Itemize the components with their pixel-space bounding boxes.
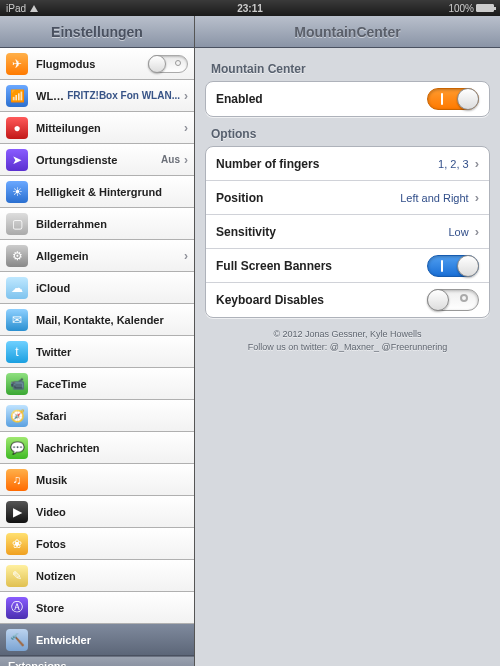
sidebar-item[interactable]: 🧭Safari	[0, 400, 194, 432]
cell-label: Full Screen Banners	[216, 259, 427, 273]
app-icon: t	[6, 341, 28, 363]
battery-pct: 100%	[448, 3, 474, 14]
app-icon: 🧭	[6, 405, 28, 427]
app-icon: ▶	[6, 501, 28, 523]
app-icon: ❀	[6, 533, 28, 555]
app-icon: ▢	[6, 213, 28, 235]
app-icon: ✈	[6, 53, 28, 75]
chevron-right-icon: ›	[184, 153, 188, 167]
sidebar-item[interactable]: ✉Mail, Kontakte, Kalender	[0, 304, 194, 336]
sidebar-item[interactable]: ☀Helligkeit & Hintergrund	[0, 176, 194, 208]
toggle-switch[interactable]	[427, 255, 479, 277]
sidebar-item[interactable]: 🔨Entwickler	[0, 624, 194, 656]
footer-credits: © 2012 Jonas Gessner, Kyle Howells Follo…	[205, 328, 490, 353]
sidebar-item-label: Allgemein	[36, 250, 184, 262]
app-icon: 📶	[6, 85, 28, 107]
sidebar-item-label: Bilderrahmen	[36, 218, 188, 230]
chevron-right-icon: ›	[475, 156, 479, 171]
chevron-right-icon: ›	[475, 224, 479, 239]
sidebar-item-label: WLAN	[36, 90, 67, 102]
app-icon: ⚙	[6, 245, 28, 267]
sidebar-item-label: Entwickler	[36, 634, 188, 646]
settings-sidebar: Einstellungen ✈Flugmodus📶WLANFRITZ!Box F…	[0, 16, 195, 666]
app-icon: ☀	[6, 181, 28, 203]
option-cell[interactable]: PositionLeft and Right›	[206, 181, 489, 215]
sidebar-item[interactable]: ⚙Allgemein›	[0, 240, 194, 272]
sidebar-item[interactable]: 📶WLANFRITZ!Box Fon WLAN...›	[0, 80, 194, 112]
sidebar-item-label: Safari	[36, 410, 188, 422]
cell-label: Sensitivity	[216, 225, 448, 239]
sidebar-item[interactable]: tTwitter	[0, 336, 194, 368]
sidebar-item[interactable]: 📹FaceTime	[0, 368, 194, 400]
sidebar-item-label: Nachrichten	[36, 442, 188, 454]
cell-label: Enabled	[216, 92, 427, 106]
sidebar-item[interactable]: ▢Bilderrahmen	[0, 208, 194, 240]
sidebar-item-label: Fotos	[36, 538, 188, 550]
detail-pane: MountainCenter Mountain Center Enabled O…	[195, 16, 500, 666]
chevron-right-icon: ›	[184, 121, 188, 135]
sidebar-item-label: Notizen	[36, 570, 188, 582]
cell-value: 1, 2, 3	[438, 158, 469, 170]
chevron-right-icon: ›	[184, 89, 188, 103]
cell-value: Left and Right	[400, 192, 469, 204]
enabled-switch[interactable]	[427, 88, 479, 110]
sidebar-item[interactable]: ⒶStore	[0, 592, 194, 624]
app-icon: ☁	[6, 277, 28, 299]
app-icon: Ⓐ	[6, 597, 28, 619]
app-icon: 💬	[6, 437, 28, 459]
sidebar-item[interactable]: ➤OrtungsdiensteAus›	[0, 144, 194, 176]
app-icon: 🔨	[6, 629, 28, 651]
group-options: Number of fingers1, 2, 3›PositionLeft an…	[205, 146, 490, 318]
app-icon: ●	[6, 117, 28, 139]
app-icon: ✎	[6, 565, 28, 587]
wifi-icon	[30, 5, 38, 12]
detail-title: MountainCenter	[195, 16, 500, 48]
sidebar-item-label: Store	[36, 602, 188, 614]
sidebar-item[interactable]: ❀Fotos	[0, 528, 194, 560]
cell-value: Low	[448, 226, 468, 238]
option-cell[interactable]: Full Screen Banners	[206, 249, 489, 283]
section-header-main: Mountain Center	[211, 62, 484, 76]
toggle-switch[interactable]	[427, 289, 479, 311]
sidebar-title: Einstellungen	[0, 16, 194, 48]
sidebar-item-label: Flugmodus	[36, 58, 148, 70]
sidebar-item-label: FaceTime	[36, 378, 188, 390]
sidebar-item[interactable]: ♫Musik	[0, 464, 194, 496]
sidebar-item[interactable]: ●Mitteilungen›	[0, 112, 194, 144]
sidebar-item[interactable]: ✈Flugmodus	[0, 48, 194, 80]
sidebar-item[interactable]: ✎Notizen	[0, 560, 194, 592]
app-icon: 📹	[6, 373, 28, 395]
sidebar-item-label: Mitteilungen	[36, 122, 184, 134]
sidebar-item[interactable]: 💬Nachrichten	[0, 432, 194, 464]
sidebar-item-label: iCloud	[36, 282, 188, 294]
sidebar-item-label: Mail, Kontakte, Kalender	[36, 314, 188, 326]
cell-label: Number of fingers	[216, 157, 438, 171]
cell-enabled[interactable]: Enabled	[206, 82, 489, 116]
sidebar-item-label: Ortungsdienste	[36, 154, 161, 166]
device-label: iPad	[6, 3, 26, 14]
clock: 23:11	[169, 3, 332, 14]
toggle-switch[interactable]	[148, 55, 188, 73]
app-icon: ➤	[6, 149, 28, 171]
sidebar-item[interactable]: ☁iCloud	[0, 272, 194, 304]
section-header-extensions: Extensions	[0, 656, 194, 666]
option-cell[interactable]: SensitivityLow›	[206, 215, 489, 249]
sidebar-item-label: Video	[36, 506, 188, 518]
cell-label: Position	[216, 191, 400, 205]
sidebar-item-value: Aus	[161, 154, 180, 165]
sidebar-list[interactable]: ✈Flugmodus📶WLANFRITZ!Box Fon WLAN...›●Mi…	[0, 48, 194, 666]
status-bar: iPad 23:11 100%	[0, 0, 500, 16]
sidebar-item-value: FRITZ!Box Fon WLAN...	[67, 90, 180, 101]
sidebar-item[interactable]: ▶Video	[0, 496, 194, 528]
chevron-right-icon: ›	[475, 190, 479, 205]
option-cell[interactable]: Keyboard Disables	[206, 283, 489, 317]
option-cell[interactable]: Number of fingers1, 2, 3›	[206, 147, 489, 181]
sidebar-item-label: Musik	[36, 474, 188, 486]
battery-icon	[476, 4, 494, 12]
sidebar-item-label: Helligkeit & Hintergrund	[36, 186, 188, 198]
sidebar-item-label: Twitter	[36, 346, 188, 358]
app-icon: ♫	[6, 469, 28, 491]
section-header-options: Options	[211, 127, 484, 141]
group-enabled: Enabled	[205, 81, 490, 117]
chevron-right-icon: ›	[184, 249, 188, 263]
